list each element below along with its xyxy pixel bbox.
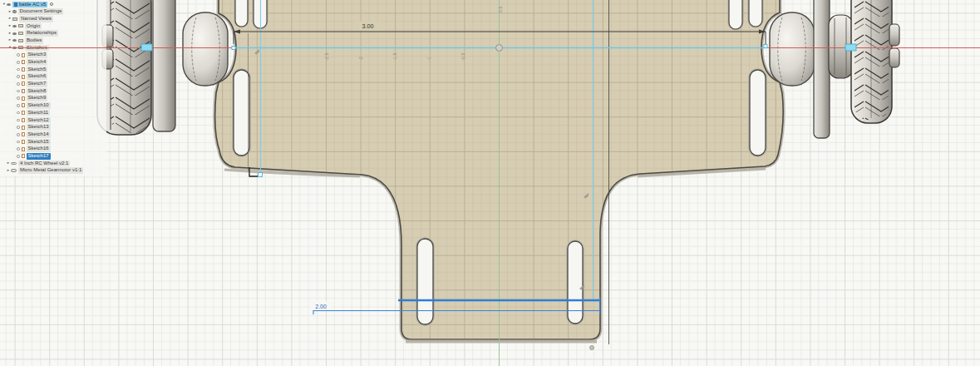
sketch-label: Sketch11 xyxy=(27,110,51,116)
browser-panel[interactable]: ▾ battle AC v5 ▸ Document Settings ▸ Nam… xyxy=(0,0,106,176)
sketch-icon xyxy=(22,118,25,122)
sketch-row[interactable]: Sketch4 xyxy=(0,59,106,67)
endpoint-bottom[interactable] xyxy=(590,346,594,350)
visibility-dot-icon[interactable] xyxy=(17,68,20,72)
eye-icon[interactable] xyxy=(12,39,17,42)
right-ball-joint xyxy=(770,12,815,86)
item-label: Origin xyxy=(25,23,42,30)
eye-icon[interactable] xyxy=(12,32,17,35)
sketch-icon xyxy=(22,140,25,144)
sketch-label: Sketch14 xyxy=(27,131,51,138)
browser-item-row[interactable]: ▸ Origin xyxy=(0,22,106,30)
item-label: Document Settings xyxy=(18,8,64,15)
sketch-label: Sketch16 xyxy=(27,146,51,152)
sketch-row[interactable]: Sketch16 xyxy=(0,146,106,153)
sketch-row[interactable]: Sketch5 xyxy=(0,66,106,73)
eye-icon[interactable] xyxy=(7,3,11,6)
component-label: 4 Inch RC Wheel v2:1 xyxy=(18,161,70,167)
sketch-row[interactable]: Sketch6 xyxy=(0,73,106,81)
visibility-dot-icon[interactable] xyxy=(17,155,20,158)
visibility-dot-icon[interactable] xyxy=(17,126,20,129)
sketch-icon xyxy=(22,53,25,57)
dim-top-width-label[interactable]: 3.00 xyxy=(362,22,374,30)
sketch-icon xyxy=(22,154,25,158)
dim-box-right[interactable] xyxy=(845,44,856,51)
sketch-icon xyxy=(22,60,25,64)
sketch-row[interactable]: Sketch13 xyxy=(0,124,106,131)
sketch-row[interactable]: Sketch8 xyxy=(0,87,106,95)
visibility-dot-icon[interactable] xyxy=(17,90,20,93)
visibility-dot-icon[interactable] xyxy=(17,119,20,122)
item-icon xyxy=(18,32,23,35)
sketch-label: Sketch6 xyxy=(27,73,48,80)
linked-component-row[interactable]: ▸ 4 Inch RC Wheel v2:1 xyxy=(0,160,106,167)
eye-icon[interactable] xyxy=(12,25,17,27)
left-tire-tread xyxy=(111,0,150,133)
item-label: Relationships xyxy=(25,30,58,37)
visibility-dot-icon[interactable] xyxy=(17,147,20,151)
dim-bottom-width-label[interactable]: 2.00 xyxy=(315,304,327,309)
endpoint-left[interactable] xyxy=(232,47,235,50)
sketch-label: Sketch9 xyxy=(27,95,48,101)
visibility-dot-icon[interactable] xyxy=(17,82,20,86)
dim-vertical-offset-label: 0.5 xyxy=(498,6,503,12)
browser-item-row[interactable]: ▸ Document Settings xyxy=(0,8,106,16)
sketch-label: Sketch13 xyxy=(27,124,51,131)
visibility-dot-icon[interactable] xyxy=(17,111,20,115)
endpoint-right[interactable] xyxy=(764,45,767,48)
sketch-row[interactable]: Sketch9 xyxy=(0,95,106,102)
sketch-label: Sketch7 xyxy=(27,81,48,87)
sketch-icon xyxy=(22,82,25,86)
tick-label: -1.5 xyxy=(392,53,397,61)
browser-document-row[interactable]: ▾ battle AC v5 xyxy=(0,1,106,8)
sketch-row-selected[interactable]: Sketch17 xyxy=(0,152,106,160)
right-tab-lower xyxy=(889,48,899,67)
linked-component-row[interactable]: ▸ Micro Metal Gearmotor v1:1 xyxy=(0,167,106,175)
visibility-dot-icon[interactable] xyxy=(17,61,20,64)
visibility-dot-icon[interactable] xyxy=(17,141,20,144)
item-icon xyxy=(18,24,23,27)
sketch-icon xyxy=(22,67,25,72)
sketch-label: Sketch4 xyxy=(27,59,48,66)
visibility-dot-icon[interactable] xyxy=(17,53,20,57)
sketch-label: Sketch5 xyxy=(27,67,48,73)
left-motor-bracket xyxy=(153,0,175,131)
visibility-dot-icon[interactable] xyxy=(17,75,20,78)
origin-point[interactable] xyxy=(496,45,503,52)
sketch-label: Sketch12 xyxy=(27,117,51,124)
sketch-row[interactable]: Sketch15 xyxy=(0,138,106,146)
item-icon xyxy=(12,10,17,14)
cad-viewport: 3.00 -2.5 -2 -1.5 -1 -0.5 0.5 2.00 ▾ xyxy=(0,0,980,366)
sketch-icon xyxy=(22,126,25,130)
browser-item-row[interactable]: ▸ Relationships xyxy=(0,30,106,37)
item-icon xyxy=(12,17,17,21)
sketch-row[interactable]: Sketch7 xyxy=(0,81,106,88)
sketch-row[interactable]: Sketch10 xyxy=(0,102,106,110)
link-icon xyxy=(11,162,17,166)
dim-box-left[interactable] xyxy=(141,44,152,51)
tick-label: -0.5 xyxy=(460,53,465,61)
sketch-icon xyxy=(22,75,25,79)
visibility-dot-icon[interactable] xyxy=(17,104,20,107)
sketch-icon xyxy=(22,96,25,101)
browser-item-row[interactable]: ▸ Bodies xyxy=(0,37,106,44)
sketch-icon xyxy=(22,89,25,93)
visibility-dot-icon[interactable] xyxy=(17,96,20,100)
sketch-row[interactable]: Sketch3 xyxy=(0,52,106,59)
document-icon xyxy=(14,2,17,7)
right-tire-tread xyxy=(854,0,889,120)
visibility-dot-icon[interactable] xyxy=(17,133,20,136)
selected-sketch-label: Sketch17 xyxy=(27,153,51,160)
sketch-canvas[interactable]: 3.00 -2.5 -2 -1.5 -1 -0.5 0.5 2.00 xyxy=(0,0,980,366)
browser-item-row[interactable]: ▸ Named Views xyxy=(0,15,106,22)
left-ball-joint xyxy=(183,12,228,86)
endpoint-corner[interactable] xyxy=(259,173,263,177)
sketch-row[interactable]: Sketch12 xyxy=(0,116,106,124)
sketch-label: Sketch8 xyxy=(27,88,48,95)
browser-top-items: ▸ Document Settings ▸ Named Views ▸ Orig… xyxy=(0,8,106,44)
component-label: Micro Metal Gearmotor v1:1 xyxy=(18,167,83,174)
sketch-icon xyxy=(22,103,25,107)
document-title: battle AC v5 xyxy=(19,2,46,8)
sketch-row[interactable]: Sketch14 xyxy=(0,131,106,138)
sketch-row[interactable]: Sketch11 xyxy=(0,109,106,116)
